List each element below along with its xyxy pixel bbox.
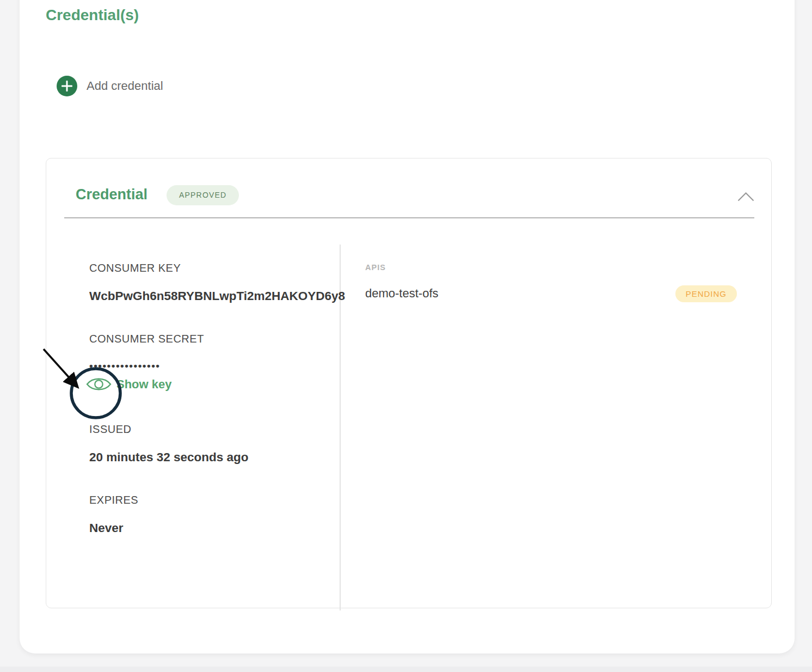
show-key-label: Show key <box>116 377 171 392</box>
api-name: demo-test-ofs <box>365 286 439 301</box>
credential-card: Credential APPROVED CONSUMER KEY WcbPwGh… <box>46 158 772 608</box>
pending-status-badge: PENDING <box>675 285 737 302</box>
bottom-band <box>0 667 812 672</box>
consumer-secret-masked-value: •••••••••••••••• <box>89 360 160 372</box>
issued-label: ISSUED <box>89 423 131 436</box>
consumer-key-label: CONSUMER KEY <box>89 262 181 274</box>
header-divider <box>64 217 754 218</box>
page-title: Credential(s) <box>46 7 139 24</box>
viewport: Credential(s) Add credential Credential … <box>0 0 812 672</box>
approved-status-badge: APPROVED <box>167 185 239 205</box>
issued-value: 20 minutes 32 seconds ago <box>89 450 249 465</box>
expires-label: EXPIRES <box>89 494 138 506</box>
collapse-card-button[interactable] <box>729 185 762 209</box>
apis-label: APIS <box>365 263 386 272</box>
eye-icon <box>86 375 112 393</box>
credential-card-title: Credential <box>76 186 147 203</box>
expires-value: Never <box>89 521 124 535</box>
chevron-up-icon <box>737 192 754 201</box>
show-key-button[interactable]: Show key <box>86 375 171 393</box>
api-list-item: demo-test-ofs PENDING <box>365 284 737 303</box>
plus-icon <box>57 76 77 96</box>
add-credential-button[interactable]: Add credential <box>57 76 163 96</box>
consumer-secret-label: CONSUMER SECRET <box>89 333 204 345</box>
consumer-key-value: WcbPwGh6n58RYBNLwpTi2m2HAKOYD6y8 <box>89 289 345 303</box>
add-credential-label: Add credential <box>87 79 163 93</box>
